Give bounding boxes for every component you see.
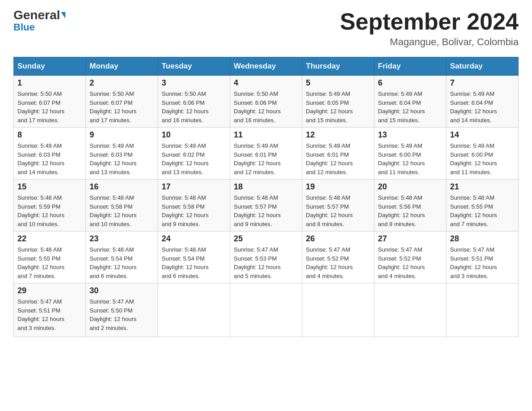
day-info: Sunrise: 5:48 AMSunset: 5:55 PMDaylight:… xyxy=(17,245,82,280)
day-cell: 26 Sunrise: 5:47 AMSunset: 5:52 PMDaylig… xyxy=(302,231,374,283)
day-info: Sunrise: 5:49 AMSunset: 6:05 PMDaylight:… xyxy=(306,90,370,124)
week-row-2: 8 Sunrise: 5:49 AMSunset: 6:03 PMDayligh… xyxy=(14,128,519,180)
day-number: 23 xyxy=(90,234,154,244)
day-cell: 21 Sunrise: 5:48 AMSunset: 5:55 PMDaylig… xyxy=(446,180,519,231)
day-cell: 9 Sunrise: 5:49 AMSunset: 6:03 PMDayligh… xyxy=(86,128,158,180)
day-number: 10 xyxy=(162,130,226,140)
page-title: September 2024 xyxy=(340,9,519,34)
day-cell: 4 Sunrise: 5:50 AMSunset: 6:06 PMDayligh… xyxy=(230,76,302,128)
week-row-1: 1 Sunrise: 5:50 AMSunset: 6:07 PMDayligh… xyxy=(14,76,519,128)
day-info: Sunrise: 5:49 AMSunset: 6:00 PMDaylight:… xyxy=(378,141,442,176)
day-cell: 6 Sunrise: 5:49 AMSunset: 6:04 PMDayligh… xyxy=(374,76,446,128)
day-cell: 23 Sunrise: 5:48 AMSunset: 5:54 PMDaylig… xyxy=(86,231,158,283)
day-number: 4 xyxy=(234,78,298,88)
day-number: 29 xyxy=(17,286,82,295)
day-number: 27 xyxy=(378,234,442,244)
day-cell: 12 Sunrise: 5:49 AMSunset: 6:01 PMDaylig… xyxy=(302,128,374,180)
day-cell: 2 Sunrise: 5:50 AMSunset: 6:07 PMDayligh… xyxy=(86,76,158,128)
day-info: Sunrise: 5:48 AMSunset: 5:56 PMDaylight:… xyxy=(378,193,442,228)
day-number: 11 xyxy=(234,130,298,140)
day-cell: 19 Sunrise: 5:48 AMSunset: 5:57 PMDaylig… xyxy=(302,180,374,231)
header-row: SundayMondayTuesdayWednesdayThursdayFrid… xyxy=(14,57,519,76)
day-number: 16 xyxy=(90,182,154,192)
day-cell xyxy=(302,283,374,337)
day-number: 26 xyxy=(306,234,370,244)
day-number: 8 xyxy=(17,130,82,140)
day-number: 21 xyxy=(450,182,515,192)
day-number: 3 xyxy=(162,78,226,88)
day-info: Sunrise: 5:49 AMSunset: 6:02 PMDaylight:… xyxy=(162,141,226,176)
day-info: Sunrise: 5:47 AMSunset: 5:52 PMDaylight:… xyxy=(378,245,442,280)
title-block: September 2024 Magangue, Bolivar, Colomb… xyxy=(340,9,519,48)
week-row-5: 29 Sunrise: 5:47 AMSunset: 5:51 PMDaylig… xyxy=(14,283,519,337)
day-number: 18 xyxy=(234,182,298,192)
page-header: General Blue September 2024 Magangue, Bo… xyxy=(13,9,519,48)
day-number: 19 xyxy=(306,182,370,192)
page-subtitle: Magangue, Bolivar, Colombia xyxy=(340,36,519,48)
logo-general: General xyxy=(13,9,60,21)
day-info: Sunrise: 5:48 AMSunset: 5:55 PMDaylight:… xyxy=(450,193,515,228)
day-number: 17 xyxy=(162,182,226,192)
col-header-tuesday: Tuesday xyxy=(158,57,230,76)
day-cell: 15 Sunrise: 5:48 AMSunset: 5:59 PMDaylig… xyxy=(14,180,86,231)
col-header-thursday: Thursday xyxy=(302,57,374,76)
day-number: 28 xyxy=(450,234,515,244)
day-info: Sunrise: 5:47 AMSunset: 5:51 PMDaylight:… xyxy=(17,297,82,332)
day-cell xyxy=(230,283,302,337)
day-info: Sunrise: 5:49 AMSunset: 6:04 PMDaylight:… xyxy=(450,90,515,124)
day-cell: 8 Sunrise: 5:49 AMSunset: 6:03 PMDayligh… xyxy=(14,128,86,180)
day-info: Sunrise: 5:47 AMSunset: 5:50 PMDaylight:… xyxy=(90,297,154,332)
day-number: 9 xyxy=(90,130,154,140)
week-row-3: 15 Sunrise: 5:48 AMSunset: 5:59 PMDaylig… xyxy=(14,180,519,231)
day-number: 22 xyxy=(17,234,82,244)
day-number: 30 xyxy=(90,286,154,295)
day-number: 12 xyxy=(306,130,370,140)
day-cell: 13 Sunrise: 5:49 AMSunset: 6:00 PMDaylig… xyxy=(374,128,446,180)
day-cell: 27 Sunrise: 5:47 AMSunset: 5:52 PMDaylig… xyxy=(374,231,446,283)
day-number: 24 xyxy=(162,234,226,244)
day-cell: 16 Sunrise: 5:48 AMSunset: 5:58 PMDaylig… xyxy=(86,180,158,231)
day-cell: 10 Sunrise: 5:49 AMSunset: 6:02 PMDaylig… xyxy=(158,128,230,180)
day-number: 6 xyxy=(378,78,442,88)
day-cell: 11 Sunrise: 5:49 AMSunset: 6:01 PMDaylig… xyxy=(230,128,302,180)
day-cell: 3 Sunrise: 5:50 AMSunset: 6:06 PMDayligh… xyxy=(158,76,230,128)
logo-triangle-icon xyxy=(61,12,65,18)
day-info: Sunrise: 5:48 AMSunset: 5:58 PMDaylight:… xyxy=(90,193,154,228)
day-cell: 7 Sunrise: 5:49 AMSunset: 6:04 PMDayligh… xyxy=(446,76,519,128)
day-info: Sunrise: 5:48 AMSunset: 5:54 PMDaylight:… xyxy=(90,245,154,280)
col-header-monday: Monday xyxy=(86,57,158,76)
day-info: Sunrise: 5:47 AMSunset: 5:52 PMDaylight:… xyxy=(306,245,370,280)
day-info: Sunrise: 5:49 AMSunset: 6:01 PMDaylight:… xyxy=(234,141,298,176)
week-row-4: 22 Sunrise: 5:48 AMSunset: 5:55 PMDaylig… xyxy=(14,231,519,283)
day-number: 25 xyxy=(234,234,298,244)
col-header-wednesday: Wednesday xyxy=(230,57,302,76)
day-cell: 24 Sunrise: 5:48 AMSunset: 5:54 PMDaylig… xyxy=(158,231,230,283)
day-cell: 29 Sunrise: 5:47 AMSunset: 5:51 PMDaylig… xyxy=(14,283,86,337)
day-number: 15 xyxy=(17,182,82,192)
col-header-friday: Friday xyxy=(374,57,446,76)
day-info: Sunrise: 5:49 AMSunset: 6:03 PMDaylight:… xyxy=(17,141,82,176)
day-info: Sunrise: 5:50 AMSunset: 6:07 PMDaylight:… xyxy=(90,90,154,124)
day-number: 2 xyxy=(90,78,154,88)
day-info: Sunrise: 5:48 AMSunset: 5:57 PMDaylight:… xyxy=(234,193,298,228)
day-info: Sunrise: 5:47 AMSunset: 5:51 PMDaylight:… xyxy=(450,245,515,280)
calendar-table: SundayMondayTuesdayWednesdayThursdayFrid… xyxy=(13,57,519,337)
day-info: Sunrise: 5:48 AMSunset: 5:57 PMDaylight:… xyxy=(306,193,370,228)
day-cell: 1 Sunrise: 5:50 AMSunset: 6:07 PMDayligh… xyxy=(14,76,86,128)
day-number: 5 xyxy=(306,78,370,88)
col-header-sunday: Sunday xyxy=(14,57,86,76)
day-cell: 25 Sunrise: 5:47 AMSunset: 5:53 PMDaylig… xyxy=(230,231,302,283)
day-info: Sunrise: 5:49 AMSunset: 6:01 PMDaylight:… xyxy=(306,141,370,176)
day-info: Sunrise: 5:50 AMSunset: 6:06 PMDaylight:… xyxy=(162,90,226,124)
day-cell: 14 Sunrise: 5:49 AMSunset: 6:00 PMDaylig… xyxy=(446,128,519,180)
day-cell xyxy=(446,283,519,337)
day-cell: 28 Sunrise: 5:47 AMSunset: 5:51 PMDaylig… xyxy=(446,231,519,283)
day-cell xyxy=(158,283,230,337)
col-header-saturday: Saturday xyxy=(446,57,519,76)
day-info: Sunrise: 5:48 AMSunset: 5:59 PMDaylight:… xyxy=(17,193,82,228)
day-cell: 17 Sunrise: 5:48 AMSunset: 5:58 PMDaylig… xyxy=(158,180,230,231)
day-number: 1 xyxy=(17,78,82,88)
day-info: Sunrise: 5:48 AMSunset: 5:54 PMDaylight:… xyxy=(162,245,226,280)
day-number: 20 xyxy=(378,182,442,192)
day-cell: 20 Sunrise: 5:48 AMSunset: 5:56 PMDaylig… xyxy=(374,180,446,231)
